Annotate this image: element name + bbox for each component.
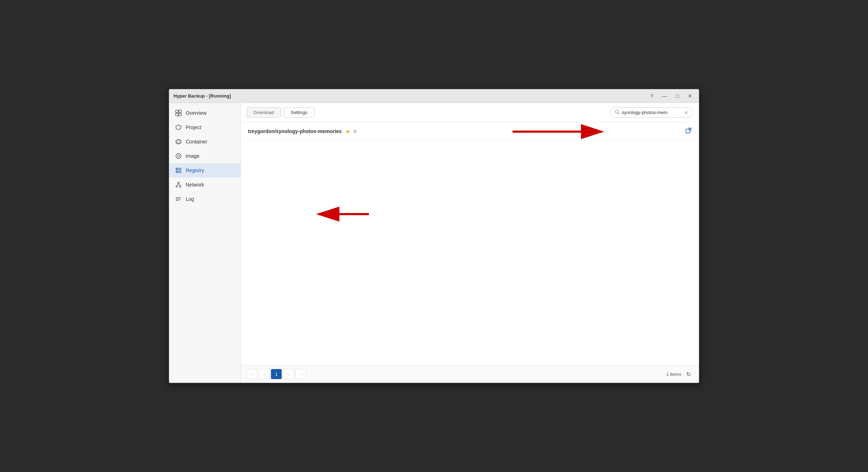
svg-rect-0: [176, 110, 178, 113]
sidebar-item-registry-label: Registry: [186, 167, 204, 173]
last-page-button[interactable]: ⊣: [295, 369, 306, 379]
svg-rect-3: [179, 113, 181, 116]
sidebar-item-image-label: Image: [186, 153, 200, 159]
sidebar-item-image[interactable]: Image: [169, 149, 240, 163]
svg-point-7: [176, 154, 181, 159]
sidebar-item-network-label: Network: [186, 182, 204, 188]
first-page-button[interactable]: ⊢: [247, 369, 257, 379]
search-input[interactable]: [622, 110, 682, 115]
svg-rect-1: [179, 110, 181, 113]
svg-line-16: [177, 184, 178, 186]
svg-point-22: [176, 199, 177, 199]
svg-point-8: [177, 155, 180, 157]
toolbar: Download Settings ✕: [241, 103, 699, 122]
svg-rect-14: [178, 182, 179, 184]
star-count: 0: [354, 129, 356, 134]
content-list: treygordon/synology-photos-memories ★ 0: [241, 122, 699, 365]
window-controls: ? — □ ✕: [648, 92, 695, 100]
search-clear-button[interactable]: ✕: [684, 110, 688, 115]
svg-line-25: [618, 113, 620, 114]
main-layout: Overview Project Container: [169, 103, 699, 383]
current-page-button[interactable]: 1: [271, 369, 282, 379]
refresh-button[interactable]: ↻: [684, 370, 693, 378]
container-icon: [175, 138, 182, 145]
registry-icon: [175, 167, 182, 174]
table-row: treygordon/synology-photos-memories ★ 0: [241, 122, 699, 141]
log-icon: [175, 195, 182, 203]
titlebar: Hyper Backup - [Running] ? — □ ✕: [169, 89, 699, 103]
svg-rect-2: [176, 113, 178, 116]
sidebar-item-log-label: Log: [186, 196, 194, 202]
svg-point-23: [176, 200, 177, 201]
sidebar-item-project[interactable]: Project: [169, 120, 240, 134]
sidebar-item-log[interactable]: Log: [169, 192, 240, 206]
sidebar-item-project-label: Project: [186, 124, 201, 130]
svg-line-17: [178, 184, 180, 186]
svg-rect-13: [176, 186, 177, 187]
minimize-button[interactable]: —: [660, 92, 669, 100]
settings-button[interactable]: Settings: [284, 107, 314, 118]
project-icon: [175, 124, 182, 131]
footer: ⊢ « 1 » ⊣ 1 items ↻: [241, 365, 699, 383]
app-title: Hyper Backup - [Running]: [173, 93, 231, 99]
network-icon: [175, 181, 182, 188]
star-icon: ★: [345, 128, 350, 135]
close-button[interactable]: ✕: [686, 92, 695, 100]
items-count-label: 1 items: [666, 372, 681, 377]
prev-page-button[interactable]: «: [259, 369, 270, 379]
svg-marker-6: [177, 141, 180, 143]
svg-point-21: [176, 197, 177, 198]
items-count-area: 1 items ↻: [666, 370, 693, 378]
repo-name: treygordon/synology-photos-memories: [248, 128, 342, 134]
maximize-button[interactable]: □: [674, 92, 681, 100]
sidebar-item-overview-label: Overview: [186, 110, 206, 116]
external-link-icon[interactable]: [685, 127, 692, 135]
svg-rect-15: [180, 186, 181, 187]
sidebar-item-container[interactable]: Container: [169, 134, 240, 149]
download-button[interactable]: Download: [247, 107, 281, 118]
help-button[interactable]: ?: [648, 92, 655, 100]
app-window: Hyper Backup - [Running] ? — □ ✕ Overvi: [169, 89, 699, 383]
pagination: ⊢ « 1 » ⊣: [247, 369, 306, 379]
overview-icon: [175, 109, 182, 117]
content-area: Download Settings ✕: [241, 103, 699, 383]
sidebar-item-overview[interactable]: Overview: [169, 106, 240, 120]
sidebar-item-registry[interactable]: Registry: [169, 163, 240, 178]
sidebar-item-network[interactable]: Network: [169, 178, 240, 192]
next-page-button[interactable]: »: [283, 369, 294, 379]
content-wrapper: Download Settings ✕: [241, 103, 699, 383]
sidebar-item-container-label: Container: [186, 139, 208, 145]
sidebar: Overview Project Container: [169, 103, 241, 383]
search-box[interactable]: ✕: [610, 107, 693, 118]
image-icon: [175, 152, 182, 160]
search-icon: [615, 109, 620, 115]
svg-marker-4: [176, 125, 181, 130]
